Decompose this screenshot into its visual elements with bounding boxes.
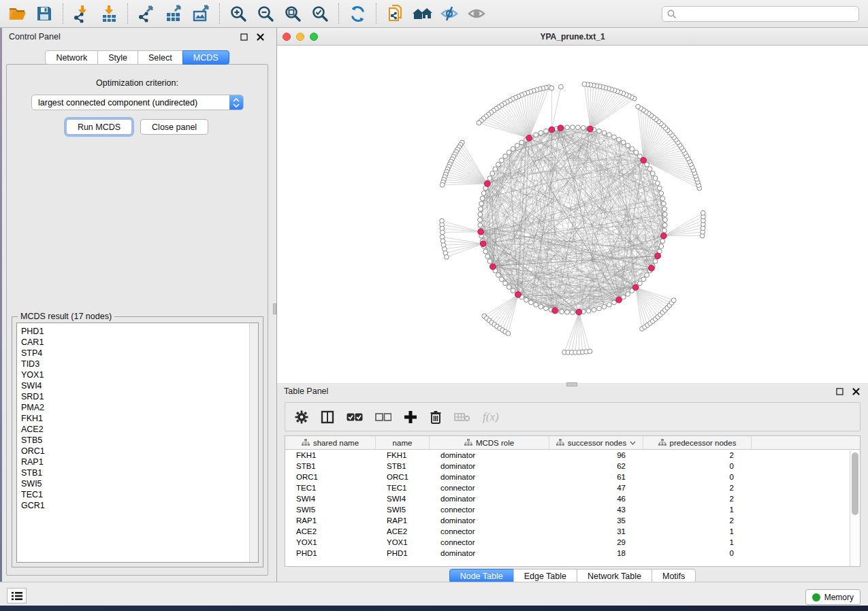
export-network-button[interactable] bbox=[135, 2, 158, 25]
splitter-handle[interactable] bbox=[273, 303, 276, 314]
select-all-button[interactable] bbox=[347, 412, 363, 422]
mcds-result-item[interactable]: TID3 bbox=[21, 359, 258, 369]
search-input[interactable] bbox=[677, 10, 858, 19]
cell[interactable]: 29 bbox=[549, 538, 643, 548]
table-row[interactable]: PHD1PHD1dominator180 bbox=[285, 548, 850, 559]
save-session-button[interactable] bbox=[33, 2, 56, 25]
mcds-result-item[interactable]: STP4 bbox=[21, 348, 258, 359]
column-header-predecessor-nodes[interactable]: predecessor nodes bbox=[643, 436, 752, 449]
mcds-result-item[interactable]: ORC1 bbox=[21, 446, 258, 457]
table-scrollbar[interactable] bbox=[850, 450, 860, 566]
cell[interactable]: STB1 bbox=[376, 461, 430, 472]
cell[interactable]: 1 bbox=[643, 538, 752, 548]
task-history-button[interactable] bbox=[7, 588, 27, 604]
float-table-panel-button[interactable] bbox=[834, 386, 845, 397]
mcds-result-item[interactable]: PHD1 bbox=[21, 326, 258, 337]
cell[interactable]: ACE2 bbox=[285, 527, 376, 538]
cell[interactable]: 2 bbox=[643, 494, 752, 505]
table-row[interactable]: SWI5SWI5connector431 bbox=[285, 505, 850, 516]
export-image-button[interactable] bbox=[189, 2, 212, 25]
scrollbar-thumb[interactable] bbox=[852, 452, 858, 515]
cell[interactable]: ACE2 bbox=[376, 527, 430, 538]
table-row[interactable]: ACE2ACE2connector311 bbox=[285, 527, 850, 538]
float-panel-button[interactable] bbox=[238, 31, 249, 42]
cell[interactable]: SWI5 bbox=[376, 505, 430, 516]
cell[interactable]: dominator bbox=[430, 548, 549, 559]
cell[interactable]: connector bbox=[430, 483, 549, 494]
cell[interactable]: RAP1 bbox=[376, 516, 430, 527]
cell[interactable]: FKH1 bbox=[285, 450, 376, 461]
memory-button[interactable]: Memory bbox=[805, 589, 861, 605]
table-settings-button[interactable] bbox=[295, 410, 308, 424]
cell[interactable]: FKH1 bbox=[376, 450, 430, 461]
cell[interactable]: 35 bbox=[549, 516, 643, 527]
optimization-criterion-select[interactable]: largest connected component (undirected) bbox=[31, 95, 244, 110]
column-header-MCDS-role[interactable]: MCDS role bbox=[430, 436, 549, 449]
mcds-result-item[interactable]: SWI5 bbox=[21, 478, 258, 489]
import-network-button[interactable] bbox=[70, 2, 93, 25]
cell[interactable]: 2 bbox=[643, 450, 752, 461]
result-list-scrollbar[interactable] bbox=[249, 323, 258, 562]
zoom-out-button[interactable] bbox=[254, 2, 277, 25]
cell[interactable]: ORC1 bbox=[285, 472, 376, 483]
show-columns-button[interactable] bbox=[321, 410, 334, 424]
tab-motifs[interactable]: Motifs bbox=[652, 569, 696, 583]
cell[interactable]: RAP1 bbox=[285, 516, 376, 527]
clone-network-button[interactable] bbox=[383, 2, 406, 25]
cell[interactable]: dominator bbox=[430, 494, 549, 505]
vertical-splitter[interactable] bbox=[272, 28, 277, 582]
refresh-button[interactable] bbox=[346, 2, 369, 25]
tab-network[interactable]: Network bbox=[45, 50, 98, 65]
tab-network-table[interactable]: Network Table bbox=[577, 569, 652, 583]
cell[interactable]: 0 bbox=[643, 461, 752, 472]
apply-function-button[interactable]: f(x) bbox=[483, 410, 499, 424]
cell[interactable]: TEC1 bbox=[285, 483, 376, 494]
show-panels-button[interactable] bbox=[465, 2, 488, 25]
cell[interactable]: SWI5 bbox=[285, 505, 376, 516]
cell[interactable]: YOX1 bbox=[376, 538, 430, 548]
column-header-name[interactable]: name bbox=[376, 436, 430, 449]
close-panel-action-button[interactable]: Close panel bbox=[140, 119, 208, 135]
cell[interactable]: 2 bbox=[643, 516, 752, 527]
table-row[interactable]: TEC1TEC1connector472 bbox=[285, 483, 850, 494]
mcds-result-item[interactable]: STB5 bbox=[21, 435, 258, 446]
tab-node-table[interactable]: Node Table bbox=[449, 569, 514, 583]
zoom-in-button[interactable] bbox=[227, 2, 250, 25]
cell[interactable]: 1 bbox=[643, 505, 752, 516]
cell[interactable]: 46 bbox=[549, 494, 643, 505]
mcds-result-item[interactable]: PMA2 bbox=[21, 402, 258, 413]
cell[interactable]: 47 bbox=[549, 483, 643, 494]
cell[interactable]: dominator bbox=[430, 472, 549, 483]
mcds-result-item[interactable]: TEC1 bbox=[21, 489, 258, 500]
column-header-successor-nodes[interactable]: successor nodes bbox=[549, 436, 643, 449]
session-home-button[interactable] bbox=[411, 2, 434, 25]
cell[interactable]: SWI4 bbox=[285, 494, 376, 505]
mcds-result-item[interactable]: FKH1 bbox=[21, 413, 258, 424]
cell[interactable]: 61 bbox=[549, 472, 643, 483]
cell[interactable]: 43 bbox=[549, 505, 643, 516]
add-column-button[interactable] bbox=[404, 410, 417, 424]
mcds-result-item[interactable]: STB1 bbox=[21, 467, 258, 478]
cell[interactable]: 0 bbox=[643, 472, 752, 483]
delete-table-button[interactable] bbox=[454, 412, 470, 423]
network-canvas[interactable] bbox=[277, 46, 868, 383]
delete-column-button[interactable] bbox=[430, 410, 442, 424]
table-row[interactable]: SWI4SWI4dominator462 bbox=[285, 494, 850, 505]
cell[interactable]: SWI4 bbox=[376, 494, 430, 505]
table-row[interactable]: RAP1RAP1dominator352 bbox=[285, 516, 850, 527]
cell[interactable]: dominator bbox=[430, 516, 549, 527]
mcds-result-item[interactable]: ACE2 bbox=[21, 424, 258, 435]
tab-mcds[interactable]: MCDS bbox=[182, 50, 229, 65]
cell[interactable]: YOX1 bbox=[285, 538, 376, 548]
column-header-shared-name[interactable]: shared name bbox=[285, 436, 376, 449]
close-table-panel-button[interactable] bbox=[850, 386, 861, 397]
cell[interactable]: 62 bbox=[549, 461, 643, 472]
mcds-result-item[interactable]: GCR1 bbox=[21, 500, 258, 511]
cell[interactable]: PHD1 bbox=[376, 548, 430, 559]
cell[interactable]: 96 bbox=[549, 450, 643, 461]
tab-edge-table[interactable]: Edge Table bbox=[513, 569, 577, 583]
hide-panels-button[interactable] bbox=[438, 2, 461, 25]
cell[interactable]: dominator bbox=[430, 461, 549, 472]
cell[interactable]: 2 bbox=[643, 483, 752, 494]
network-graph[interactable] bbox=[277, 46, 868, 383]
